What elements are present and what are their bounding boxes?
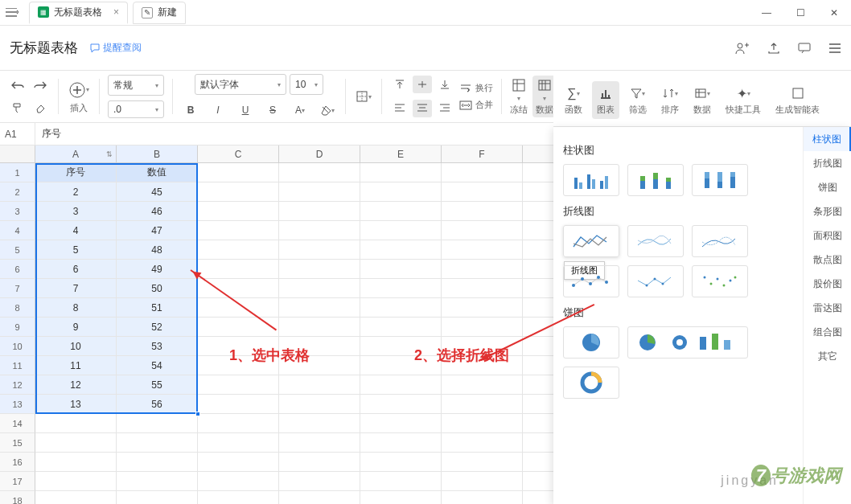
valign-bottom[interactable]: [435, 76, 454, 93]
cell-A15[interactable]: [35, 433, 117, 453]
cell-F8[interactable]: [442, 298, 523, 318]
row-header-9[interactable]: 9: [0, 318, 35, 337]
cell-A17[interactable]: [35, 472, 117, 491]
cell-D14[interactable]: [279, 414, 360, 433]
cell-A3[interactable]: 3: [35, 202, 117, 221]
border-button[interactable]: ▾: [354, 88, 373, 105]
wrap-button[interactable]: 换行: [459, 82, 493, 94]
cell-F3[interactable]: [442, 202, 523, 221]
fill-color-button[interactable]: ▾: [318, 101, 337, 119]
cell-B4[interactable]: 47: [117, 221, 198, 240]
cell-C18[interactable]: [198, 491, 279, 504]
row-header-2[interactable]: 2: [0, 182, 35, 202]
row-header-15[interactable]: 15: [0, 433, 35, 453]
cell-A12[interactable]: 12: [35, 375, 117, 395]
cell-D2[interactable]: [279, 182, 360, 202]
close-button[interactable]: ✕: [817, 0, 851, 26]
insert-button[interactable]: ▾: [67, 80, 91, 100]
row-header-13[interactable]: 13: [0, 395, 35, 414]
chart-type-2[interactable]: 饼图: [804, 175, 851, 199]
cell-D13[interactable]: [279, 395, 360, 414]
cell-F2[interactable]: [442, 182, 523, 202]
chart-type-1[interactable]: 折线图: [804, 151, 851, 175]
cell-B12[interactable]: 55: [117, 375, 198, 395]
cell-B17[interactable]: [117, 472, 198, 491]
bar-chart-stacked[interactable]: [627, 164, 684, 196]
cell-B13[interactable]: 56: [117, 395, 198, 414]
cell-D3[interactable]: [279, 202, 360, 221]
cell-A1[interactable]: 序号: [35, 163, 117, 182]
cell-C4[interactable]: [198, 221, 279, 240]
cell-A8[interactable]: 8: [35, 298, 117, 318]
cell-B5[interactable]: 48: [117, 240, 198, 260]
cell-C17[interactable]: [198, 472, 279, 491]
cell-F14[interactable]: [442, 414, 523, 433]
cell-D9[interactable]: [279, 318, 360, 337]
maximize-button[interactable]: ☐: [783, 0, 817, 26]
more-menu-icon[interactable]: [828, 43, 841, 54]
cell-E5[interactable]: [360, 240, 442, 260]
cell-A2[interactable]: 2: [35, 182, 117, 202]
remind-link[interactable]: 提醒查阅: [89, 41, 142, 55]
quick-tools[interactable]: ✦▾快捷工具: [721, 81, 766, 119]
cell-E1[interactable]: [360, 163, 442, 182]
selection-handle[interactable]: [195, 412, 200, 416]
valign-middle[interactable]: [413, 76, 432, 93]
row-header-18[interactable]: 18: [0, 491, 35, 504]
cell-B2[interactable]: 45: [117, 182, 198, 202]
cell-B6[interactable]: 49: [117, 260, 198, 279]
cell-E2[interactable]: [360, 182, 442, 202]
cell-C6[interactable]: [198, 260, 279, 279]
minimize-button[interactable]: —: [750, 0, 783, 26]
cell-D18[interactable]: [279, 491, 360, 504]
donut-chart[interactable]: [563, 367, 619, 399]
decimal-dropdown[interactable]: .0▾: [108, 100, 164, 118]
pie-chart-basic[interactable]: [563, 326, 619, 359]
row-header-5[interactable]: 5: [0, 240, 35, 260]
chart-type-3[interactable]: 条形图: [804, 199, 851, 223]
cell-A18[interactable]: [35, 491, 117, 504]
cell-E16[interactable]: [360, 453, 442, 472]
cell-E18[interactable]: [360, 491, 442, 504]
cell-B9[interactable]: 52: [117, 318, 198, 337]
col-header-B[interactable]: B: [117, 145, 198, 162]
row-header-16[interactable]: 16: [0, 453, 35, 472]
cell-F4[interactable]: [442, 221, 523, 240]
cell-C2[interactable]: [198, 182, 279, 202]
doc-title[interactable]: 无标题表格: [10, 39, 78, 57]
chart-type-7[interactable]: 雷达图: [804, 296, 851, 320]
cell-A9[interactable]: 9: [35, 318, 117, 337]
cell-E8[interactable]: [360, 298, 442, 318]
cell-C14[interactable]: [198, 414, 279, 433]
col-header-F[interactable]: F: [442, 145, 523, 162]
cell-B14[interactable]: [117, 414, 198, 433]
cell-E3[interactable]: [360, 202, 442, 221]
chart-type-6[interactable]: 股价图: [804, 272, 851, 296]
cell-C9[interactable]: [198, 318, 279, 337]
cell-B7[interactable]: 50: [117, 279, 198, 298]
chart-type-9[interactable]: 其它: [804, 344, 851, 368]
cell-B1[interactable]: 数值: [117, 163, 198, 182]
cell-C1[interactable]: [198, 163, 279, 182]
chart-type-4[interactable]: 面积图: [804, 223, 851, 248]
eraser-button[interactable]: [31, 99, 50, 117]
cell-E12[interactable]: [360, 375, 442, 395]
comment-icon[interactable]: [798, 42, 811, 55]
cell-E9[interactable]: [360, 318, 442, 337]
cell-D4[interactable]: [279, 221, 360, 240]
chart-type-0[interactable]: 柱状图: [804, 127, 851, 151]
col-header-E[interactable]: E: [360, 145, 442, 162]
cell-C7[interactable]: [198, 279, 279, 298]
merge-button[interactable]: 合并: [459, 99, 493, 111]
smart-table-tool[interactable]: 生成智能表: [771, 81, 824, 119]
cell-B16[interactable]: [117, 453, 198, 472]
underline-button[interactable]: U: [236, 101, 255, 119]
pie-chart-multi[interactable]: [627, 326, 748, 359]
cell-E17[interactable]: [360, 472, 442, 491]
cell-D5[interactable]: [279, 240, 360, 260]
undo-button[interactable]: [8, 76, 27, 94]
new-tab[interactable]: ✎ 新建: [133, 2, 186, 24]
chart-type-8[interactable]: 组合图: [804, 320, 851, 344]
bold-button[interactable]: B: [181, 101, 200, 119]
row-header-11[interactable]: 11: [0, 356, 35, 375]
